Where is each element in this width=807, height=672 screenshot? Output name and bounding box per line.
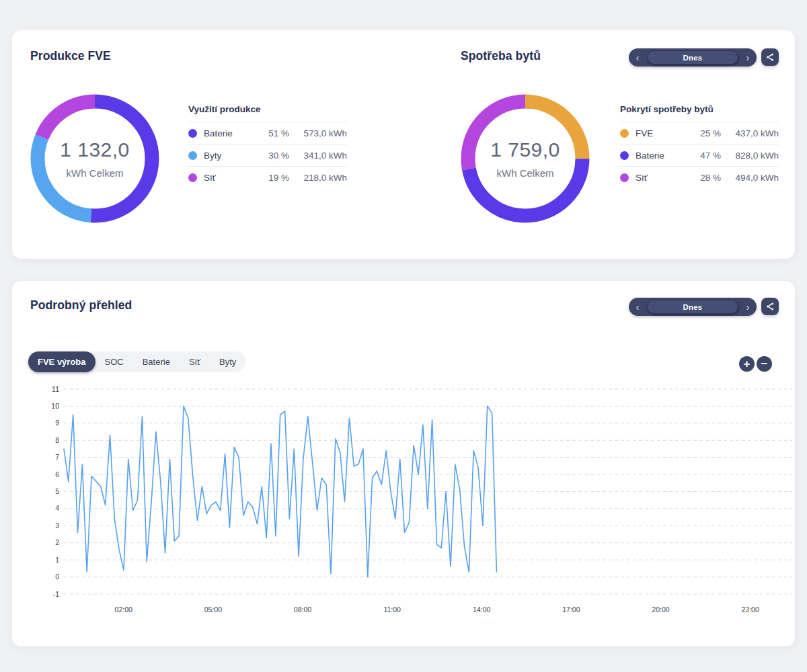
svg-text:11:00: 11:00 xyxy=(383,605,401,614)
svg-text:3: 3 xyxy=(55,521,59,530)
legend-label: Síť xyxy=(204,173,254,183)
svg-text:0: 0 xyxy=(55,573,59,581)
consumption-legend: Pokrytí spotřeby bytů FVE 25 % 437,0 kWh… xyxy=(620,104,779,188)
legend-row: Byty 30 % 341,0 kWh xyxy=(188,144,347,166)
svg-text:2: 2 xyxy=(55,538,59,546)
legend-row: Síť 28 % 494,0 kWh xyxy=(620,166,779,188)
legend-row: FVE 25 % 437,0 kWh xyxy=(620,122,779,144)
svg-text:11: 11 xyxy=(52,385,59,393)
production-total-unit: kWh Celkem xyxy=(66,167,123,179)
detail-title: Podrobný přehled xyxy=(30,298,132,312)
consumption-donut-center: 1 759,0 kWh Celkem xyxy=(475,109,575,208)
legend-value: 573,0 kWh xyxy=(289,128,347,138)
legend-percent: 19 % xyxy=(254,173,289,183)
legend-percent: 25 % xyxy=(686,128,721,138)
legend-percent: 30 % xyxy=(254,151,289,161)
baterie-dot-icon xyxy=(620,151,629,160)
tab-baterie[interactable]: Baterie xyxy=(133,351,180,372)
consumption-legend-title: Pokrytí spotřeby bytů xyxy=(620,104,779,114)
svg-text:23:00: 23:00 xyxy=(741,605,759,614)
consumption-title: Spotřeba bytů xyxy=(461,49,541,63)
sit-dot-icon xyxy=(620,173,629,182)
next-day-button[interactable]: › xyxy=(739,48,757,67)
tab-byty[interactable]: Byty xyxy=(210,351,245,372)
legend-label: Baterie xyxy=(636,151,686,161)
legend-value: 341,0 kWh xyxy=(289,151,347,161)
tab-sit[interactable]: Síť xyxy=(180,351,210,372)
share-button[interactable] xyxy=(761,298,779,315)
baterie-dot-icon xyxy=(188,129,197,138)
tab-fve-vyroba[interactable]: FVE výroba xyxy=(28,351,95,372)
production-legend: Využití produkce Baterie 51 % 573,0 kWh … xyxy=(188,104,347,188)
svg-text:5: 5 xyxy=(55,487,59,495)
svg-text:-1: -1 xyxy=(53,590,59,598)
fve-dot-icon xyxy=(620,129,629,138)
legend-row: Baterie 51 % 573,0 kWh xyxy=(188,122,347,144)
legend-row: Síť 19 % 218,0 kWh xyxy=(188,166,347,188)
svg-text:10: 10 xyxy=(51,402,59,410)
production-donut: 1 132,0 kWh Celkem xyxy=(30,94,159,223)
legend-label: Baterie xyxy=(204,128,254,138)
legend-label: Byty xyxy=(204,151,254,161)
legend-value: 437,0 kWh xyxy=(721,128,779,138)
date-navigation: ‹ Dnes › xyxy=(629,298,757,316)
legend-label: Síť xyxy=(636,173,686,183)
detail-overview-card: Podrobný přehled ‹ Dnes › FVE výroba SOC… xyxy=(12,281,795,646)
zoom-in-button[interactable]: + xyxy=(739,356,755,372)
zoom-out-button[interactable]: − xyxy=(757,356,772,372)
consumption-total-unit: kWh Celkem xyxy=(496,167,553,179)
svg-text:4: 4 xyxy=(55,504,59,512)
next-day-button[interactable]: › xyxy=(739,298,757,316)
legend-label: FVE xyxy=(636,128,686,138)
svg-text:6: 6 xyxy=(55,470,59,478)
svg-text:17:00: 17:00 xyxy=(562,605,580,614)
legend-row: Baterie 47 % 828,0 kWh xyxy=(620,144,779,166)
svg-text:20:00: 20:00 xyxy=(652,605,669,614)
date-range-button[interactable]: Dnes xyxy=(647,300,738,314)
production-legend-title: Využití produkce xyxy=(188,104,347,114)
consumption-donut: 1 759,0 kWh Celkem xyxy=(461,94,590,223)
legend-value: 494,0 kWh xyxy=(721,173,779,183)
production-total: 1 132,0 xyxy=(60,138,130,161)
svg-text:1: 1 xyxy=(55,556,59,564)
prev-day-button[interactable]: ‹ xyxy=(629,48,646,67)
share-icon xyxy=(765,52,775,62)
production-title: Produkce FVE xyxy=(30,49,111,63)
consumption-total: 1 759,0 xyxy=(490,138,560,161)
svg-text:14:00: 14:00 xyxy=(473,605,490,614)
legend-value: 218,0 kWh xyxy=(289,173,347,183)
tab-soc[interactable]: SOC xyxy=(95,351,133,372)
legend-percent: 51 % xyxy=(254,128,289,138)
svg-text:8: 8 xyxy=(55,436,59,444)
byty-dot-icon xyxy=(188,151,197,160)
svg-text:02:00: 02:00 xyxy=(115,605,132,614)
svg-text:7: 7 xyxy=(55,453,59,461)
sit-dot-icon xyxy=(188,173,197,182)
svg-text:08:00: 08:00 xyxy=(294,605,311,614)
legend-percent: 47 % xyxy=(686,151,721,161)
series-tabbar: FVE výroba SOC Baterie Síť Byty xyxy=(28,351,245,372)
detail-line-chart: -10123456789101102:0005:0008:0011:0014:0… xyxy=(39,383,795,618)
svg-text:05:00: 05:00 xyxy=(204,605,222,614)
share-icon xyxy=(765,302,775,311)
production-consumption-card: Produkce FVE Spotřeba bytů ‹ Dnes › 1 13… xyxy=(12,30,795,259)
legend-value: 828,0 kWh xyxy=(721,151,779,161)
prev-day-button[interactable]: ‹ xyxy=(629,298,646,316)
share-button[interactable] xyxy=(761,48,779,66)
legend-percent: 28 % xyxy=(686,173,721,183)
date-range-button[interactable]: Dnes xyxy=(647,50,738,65)
production-donut-center: 1 132,0 kWh Celkem xyxy=(45,109,145,208)
svg-text:9: 9 xyxy=(55,419,59,427)
date-navigation: ‹ Dnes › xyxy=(629,48,757,67)
